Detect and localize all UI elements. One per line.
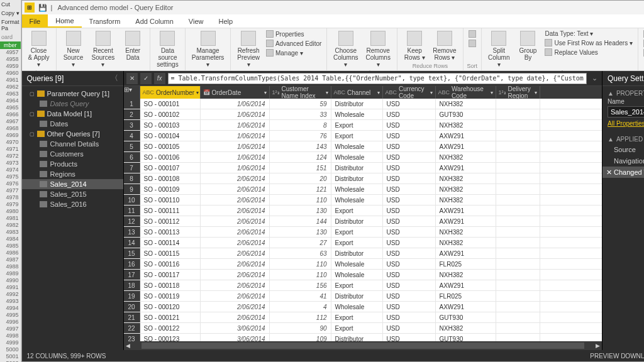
table-row[interactable]: 22SO - 0001223/06/201490ExportUSDNXH382 <box>124 323 602 334</box>
name-label: Name <box>602 98 644 105</box>
close-apply-button[interactable]: Close & Apply ▾ <box>26 30 52 69</box>
data-type-button[interactable]: Data Type: Text ▾ <box>543 30 633 38</box>
tree-query[interactable]: Products <box>22 159 123 169</box>
formula-input[interactable] <box>168 73 587 84</box>
table-row[interactable]: 21SO - 0001212/06/2014112ExportUSDGUT930 <box>124 312 602 323</box>
table-row[interactable]: 3SO - 0001031/06/20148ExportUSDNXH382 <box>124 120 602 131</box>
query-editor-window: ⊞ 💾 | Advanced demo model - Query Editor… <box>21 0 644 362</box>
collapse-icon[interactable]: 〈 <box>111 73 118 84</box>
settings-header: Query Settings✕ <box>602 71 644 86</box>
remove-rows-button[interactable]: Remove Rows ▾ <box>430 30 458 62</box>
save-icon[interactable]: 💾 <box>38 4 47 12</box>
accept-formula-icon[interactable]: ✓ <box>140 73 152 84</box>
table-row[interactable]: 2SO - 0001021/06/201433WholesaleUSDGUT93… <box>124 109 602 120</box>
app-logo: ⊞ <box>25 3 35 13</box>
first-row-headers-button[interactable]: Use First Row as Headers ▾ <box>543 38 633 47</box>
table-row[interactable]: 19SO - 0001192/06/201441DistributorUSDFL… <box>124 291 602 302</box>
table-row[interactable]: 11SO - 0001112/06/2014130ExportUSDAXW291 <box>124 206 602 216</box>
applied-steps-section: ▲APPLIED STEPS <box>602 132 644 144</box>
tree-group[interactable]: ▢Data Model [1] <box>22 109 123 119</box>
table-row[interactable]: 4SO - 0001041/06/201476ExportUSDAXW291 <box>124 131 602 141</box>
fx-icon[interactable]: fx <box>154 73 165 84</box>
grid-body[interactable]: 1SO - 0001011/06/201459DistributorUSDNXH… <box>124 99 602 341</box>
formula-expand-icon[interactable]: ⌄ <box>589 74 599 82</box>
tree-query[interactable]: Sales_2015 <box>22 189 123 199</box>
applied-step[interactable]: Navigation⚙ <box>602 155 644 167</box>
keep-rows-button[interactable]: Keep Rows ▾ <box>401 30 428 62</box>
tab-help[interactable]: Help <box>211 14 241 28</box>
queries-tree: ▢Parameter Query [1]Dates Query▢Data Mod… <box>22 86 123 350</box>
tab-file[interactable]: File <box>22 14 48 28</box>
table-row[interactable]: 12SO - 0001122/06/2014144DistributorUSDA… <box>124 216 602 227</box>
table-row[interactable]: 5SO - 0001051/06/2014143WholesaleUSDAXW2… <box>124 141 602 152</box>
table-row[interactable]: 1SO - 0001011/06/201459DistributorUSDNXH… <box>124 99 602 109</box>
tab-transform[interactable]: Transform <box>82 14 128 28</box>
data-source-settings-button[interactable]: Data source settings <box>154 30 180 69</box>
statusbar: 12 COLUMNS, 999+ ROWS PREVIEW DOWNLOADED… <box>22 350 644 361</box>
table-row[interactable]: 17SO - 0001172/06/2014110WholesaleUSDNXH… <box>124 270 602 280</box>
table-row[interactable]: 20SO - 0001202/06/20144WholesaleUSDAXW29… <box>124 302 602 312</box>
formula-bar: ✕ ✓ fx ⌄ <box>124 71 602 86</box>
queries-header[interactable]: Queries [9]〈 <box>22 71 123 86</box>
group-by-button[interactable]: Group By <box>514 30 541 62</box>
column-header[interactable]: 1²₃Customer Name Index▾ <box>270 86 331 99</box>
tree-query[interactable]: Regions <box>22 169 123 179</box>
table-row[interactable]: 6SO - 0001061/06/2014124WholesaleUSDNXH3… <box>124 152 602 163</box>
horizontal-scrollbar[interactable]: ◀▶ <box>124 341 602 350</box>
excel-backdrop: Cut Copy ▾ Format Pa oard mber 495749584… <box>0 0 21 362</box>
enter-data-button[interactable]: Enter Data <box>119 30 146 62</box>
tree-query[interactable]: Customers <box>22 149 123 159</box>
refresh-preview-button[interactable]: Refresh Preview ▾ <box>235 30 262 69</box>
cancel-formula-icon[interactable]: ✕ <box>126 73 138 84</box>
table-row[interactable]: 7SO - 0001071/06/2014151DistributorUSDAX… <box>124 163 602 173</box>
table-row[interactable]: 16SO - 0001162/06/2014110WholesaleUSDFLR… <box>124 259 602 270</box>
tree-group[interactable]: ▢Parameter Query [1] <box>22 89 123 99</box>
tree-query[interactable]: Dates <box>22 119 123 129</box>
table-row[interactable]: 23SO - 0001233/06/2014109DistributorUSDG… <box>124 334 602 341</box>
column-header[interactable]: 1²₃Delivery Region▾ <box>496 86 540 99</box>
tree-query[interactable]: Sales_2014 <box>22 179 123 189</box>
ribbon: Close & Apply ▾ Close New Source ▾ Recen… <box>22 28 644 71</box>
column-header[interactable]: 📅OrderDate▾ <box>201 86 270 99</box>
choose-columns-button[interactable]: Choose Columns ▾ <box>331 30 360 69</box>
table-row[interactable]: 8SO - 0001082/06/201420DistributorUSDNXH… <box>124 173 602 184</box>
applied-step[interactable]: Source⚙ <box>602 144 644 155</box>
manage-button[interactable]: Manage ▾ <box>265 48 323 57</box>
queries-pane: Queries [9]〈 ▢Parameter Query [1]Dates Q… <box>22 71 124 350</box>
cell-highlight: mber <box>0 41 21 49</box>
tab-addcolumn[interactable]: Add Column <box>128 14 181 28</box>
new-source-button[interactable]: New Source ▾ <box>60 30 87 69</box>
column-header[interactable]: ABCChannel▾ <box>331 86 383 99</box>
column-header[interactable]: ABCCurrency Code▾ <box>383 86 436 99</box>
advanced-editor-button[interactable]: Advanced Editor <box>265 39 323 48</box>
column-header[interactable]: ABCWarehouse Code▾ <box>436 86 496 99</box>
row-header-corner[interactable]: ⊞▾ <box>124 86 140 99</box>
table-row[interactable]: 18SO - 0001182/06/2014156ExportUSDAXW291 <box>124 280 602 291</box>
replace-values-button[interactable]: Replace Values <box>543 48 633 57</box>
tab-view[interactable]: View <box>181 14 211 28</box>
manage-parameters-button[interactable]: Manage Parameters ▾ <box>189 30 227 69</box>
tree-query[interactable]: Sales_2016 <box>22 199 123 209</box>
column-header[interactable]: ABCOrderNumber▾ <box>140 86 201 99</box>
properties-button[interactable]: Properties <box>265 30 323 38</box>
all-properties-link[interactable]: All Properties <box>602 119 644 132</box>
tab-home[interactable]: Home <box>48 14 81 28</box>
sort-desc-button[interactable] <box>467 39 477 48</box>
split-column-button[interactable]: Split Column ▾ <box>486 30 512 69</box>
table-row[interactable]: 9SO - 0001092/06/2014121WholesaleUSDNXH3… <box>124 184 602 195</box>
remove-columns-button[interactable]: Remove Columns ▾ <box>363 30 393 69</box>
data-grid: ⊞▾ABCOrderNumber▾📅OrderDate▾1²₃Customer … <box>124 86 602 350</box>
table-row[interactable]: 10SO - 0001102/06/2014110WholesaleUSDNXH… <box>124 195 602 206</box>
table-row[interactable]: 15SO - 0001152/06/201463DistributorUSDAX… <box>124 248 602 259</box>
table-row[interactable]: 13SO - 0001132/06/2014130ExportUSDNXH382 <box>124 227 602 238</box>
window-title: Advanced demo model - Query Editor <box>57 4 644 11</box>
query-name-input[interactable] <box>608 106 644 118</box>
tree-query[interactable]: Dates Query <box>22 99 123 109</box>
tree-query[interactable]: Channel Details <box>22 139 123 149</box>
sort-asc-button[interactable] <box>467 30 477 38</box>
menubar: File Home Transform Add Column View Help… <box>22 14 644 28</box>
tree-group[interactable]: ▢Other Queries [7] <box>22 129 123 139</box>
applied-step[interactable]: ✕Changed Type <box>602 167 644 178</box>
recent-sources-button[interactable]: Recent Sources ▾ <box>89 30 118 69</box>
table-row[interactable]: 14SO - 0001142/06/201427ExportUSDNXH382 <box>124 238 602 248</box>
